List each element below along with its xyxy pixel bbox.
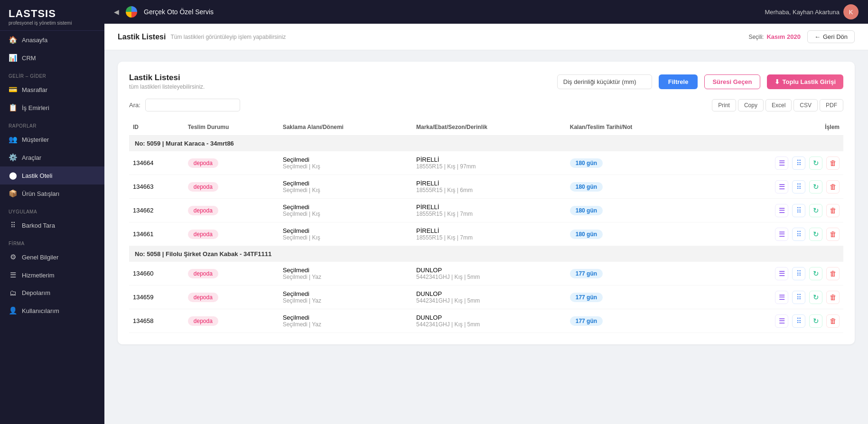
logo-main: LASTSIS [9, 8, 96, 20]
view-detail-button[interactable]: ☰ [775, 180, 788, 194]
barcode-button[interactable]: ⠿ [792, 204, 805, 217]
col-marka: Marka/Ebat/Sezon/Derinlik [412, 119, 566, 136]
cell-status: depoda [184, 262, 279, 286]
table-row: 134660 depoda Seçilmedi Seçilmedi | Yaz … [129, 262, 843, 286]
sidebar-item-lastik-oteli[interactable]: ⬤Lastik Oteli [0, 166, 104, 184]
refresh-button[interactable]: ↻ [809, 157, 822, 170]
table-group-row: No: 5059 | Murat Karaca - 34mrt86 [129, 136, 843, 152]
delete-button[interactable]: 🗑 [826, 204, 840, 217]
days-badge: 177 gün [570, 293, 603, 302]
sidebar-item-masraflar[interactable]: 💳Masraflar [0, 81, 104, 99]
sidebar-item-crm[interactable]: 📊CRM [0, 49, 104, 67]
brand-name: DUNLOP [416, 267, 562, 274]
sidebar-item-kullanicilerim[interactable]: 👤Kullanıcılarım [0, 302, 104, 320]
filtrele-button[interactable]: Filtrele [659, 74, 698, 89]
barcode-button[interactable]: ⠿ [792, 180, 805, 194]
days-badge: 180 gün [570, 206, 603, 215]
barcode-button[interactable]: ⠿ [792, 157, 805, 170]
view-detail-button[interactable]: ☰ [775, 291, 788, 304]
sidebar-item-araclar[interactable]: ⚙️Araçlar [0, 148, 104, 166]
days-badge: 177 gün [570, 269, 603, 278]
barcode-button[interactable]: ⠿ [792, 314, 805, 328]
sidebar-label-genel-bilgiler: Genel Bilgiler [22, 254, 58, 261]
delete-button[interactable]: 🗑 [826, 228, 840, 241]
csv-button[interactable]: CSV [793, 99, 818, 111]
sidebar-icon-masraflar: 💳 [9, 85, 17, 94]
sidebar-item-musteriler[interactable]: 👥Müşteriler [0, 130, 104, 148]
sidebar-label-musteriler: Müşteriler [22, 136, 49, 143]
storage-main: Seçilmedi [283, 290, 409, 297]
storage-sub: Seçilmedi | Kış [283, 211, 409, 217]
data-table: ID Teslim Durumu Saklama Alanı/Dönemi Ma… [129, 119, 843, 333]
sidebar-item-barkod-tara[interactable]: ⠿Barkod Tara [0, 216, 104, 234]
delete-button[interactable]: 🗑 [826, 314, 840, 328]
refresh-button[interactable]: ↻ [809, 291, 822, 304]
cell-id: 134661 [129, 222, 184, 246]
cell-brand: PİRELLİ 18555R15 | Kış | 7mm [412, 199, 566, 222]
cell-brand: PİRELLİ 18555R15 | Kış | 6mm [412, 175, 566, 199]
sidebar-item-urun-satislari[interactable]: 📦Ürün Satışları [0, 184, 104, 203]
refresh-button[interactable]: ↻ [809, 228, 822, 241]
collapse-sidebar-button[interactable]: ◀ [114, 8, 119, 16]
search-input[interactable] [145, 99, 240, 111]
pdf-button[interactable]: PDF [820, 99, 843, 111]
storage-sub: Seçilmedi | Yaz [283, 321, 409, 328]
excel-button[interactable]: Excel [765, 99, 792, 111]
view-detail-button[interactable]: ☰ [775, 228, 788, 241]
brand-name: DUNLOP [416, 314, 562, 321]
table-row: 134662 depoda Seçilmedi Seçilmedi | Kış … [129, 199, 843, 222]
view-detail-button[interactable]: ☰ [775, 204, 788, 217]
sidebar-label-anasayfa: Anasayfa [22, 37, 47, 44]
filter-select[interactable]: Diş derinliği küçüktür (mm) Diş derinliğ… [557, 74, 652, 89]
user-greeting: Merhaba, Kayhan Akartuna [765, 9, 840, 16]
cell-days: 180 gün [566, 222, 703, 246]
delete-button[interactable]: 🗑 [826, 180, 840, 194]
back-button[interactable]: ← Geri Dön [807, 30, 855, 43]
brand-name: DUNLOP [416, 290, 562, 297]
cell-brand: DUNLOP 5442341GHJ | Kış | 5mm [412, 262, 566, 286]
sidebar-item-hizmetlerim[interactable]: ☰Hizmetlerim [0, 266, 104, 284]
print-button[interactable]: Print [712, 99, 736, 111]
sidebar-icon-araclar: ⚙️ [9, 153, 17, 162]
action-icons: ☰ ⠿ ↻ 🗑 [707, 267, 840, 280]
refresh-button[interactable]: ↻ [809, 180, 822, 194]
sidebar-icon-lastik-oteli: ⬤ [9, 171, 17, 180]
sidebar-item-anasayfa[interactable]: 🏠Anasayfa [0, 31, 104, 49]
delete-button[interactable]: 🗑 [826, 267, 840, 280]
barcode-button[interactable]: ⠿ [792, 267, 805, 280]
cell-days: 177 gün [566, 286, 703, 309]
barcode-button[interactable]: ⠿ [792, 291, 805, 304]
refresh-button[interactable]: ↻ [809, 267, 822, 280]
table-header: ID Teslim Durumu Saklama Alanı/Dönemi Ma… [129, 119, 843, 136]
action-icons: ☰ ⠿ ↻ 🗑 [707, 204, 840, 217]
view-detail-button[interactable]: ☰ [775, 314, 788, 328]
barcode-button[interactable]: ⠿ [792, 228, 805, 241]
view-detail-button[interactable]: ☰ [775, 267, 788, 280]
refresh-button[interactable]: ↻ [809, 204, 822, 217]
view-detail-button[interactable]: ☰ [775, 157, 788, 170]
sidebar-icon-anasayfa: 🏠 [9, 36, 17, 44]
storage-sub: Seçilmedi | Kış [283, 163, 409, 170]
delete-button[interactable]: 🗑 [826, 291, 840, 304]
action-icons: ☰ ⠿ ↻ 🗑 [707, 291, 840, 304]
sidebar-icon-barkod-tara: ⠿ [9, 221, 17, 230]
delete-button[interactable]: 🗑 [826, 157, 840, 170]
action-icons: ☰ ⠿ ↻ 🗑 [707, 157, 840, 170]
suresi-gecen-button[interactable]: Süresi Geçen [704, 74, 760, 89]
copy-button[interactable]: Copy [738, 99, 764, 111]
storage-main: Seçilmedi [283, 203, 409, 211]
sidebar-label-hizmetlerim: Hizmetlerim [22, 272, 55, 279]
sidebar-item-depolarim[interactable]: 🗂Depolarım [0, 284, 104, 302]
page-title: Lastik Listesi [118, 33, 166, 41]
group-label: No: 5058 | Filolu Şirket Ozan Kabak - 34… [129, 246, 843, 262]
sidebar-item-is-emirleri[interactable]: 📋İş Emirleri [0, 99, 104, 117]
sidebar-icon-hizmetlerim: ☰ [9, 271, 17, 279]
cell-days: 180 gün [566, 199, 703, 222]
toplu-lastik-girisi-button[interactable]: ⬇ Toplu Lastik Girişi [767, 74, 843, 89]
status-badge: depoda [188, 206, 218, 215]
cell-days: 177 gün [566, 309, 703, 333]
col-id: ID [129, 119, 184, 136]
sidebar-item-genel-bilgiler[interactable]: ⚙Genel Bilgiler [0, 248, 104, 266]
sidebar-label-barkod-tara: Barkod Tara [22, 222, 55, 229]
refresh-button[interactable]: ↻ [809, 314, 822, 328]
